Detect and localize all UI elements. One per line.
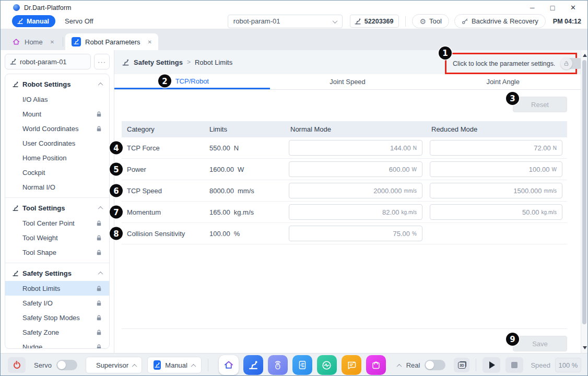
sidebar-item-cockpit[interactable]: Cockpit: [5, 165, 109, 180]
robot-arm-icon: [9, 58, 17, 65]
normal-mode-input[interactable]: 2000.000mm/s: [289, 183, 422, 198]
robot-params-app-icon[interactable]: [243, 355, 263, 375]
scroll-up-icon[interactable]: [583, 54, 587, 57]
more-options-button[interactable]: ···: [94, 54, 110, 69]
lock-icon: [96, 285, 102, 292]
robot-arm-icon: [154, 362, 160, 368]
sidebar-item-tool-weight[interactable]: Tool Weight: [5, 230, 109, 245]
sidebar-section-header-robot-settings[interactable]: Robot Settings: [5, 76, 109, 92]
annotation-badge-5: 5: [110, 163, 123, 176]
column-header-category: Category: [122, 125, 204, 133]
minimize-button[interactable]: ─: [530, 5, 535, 11]
reduced-mode-cell: 50.00kg.m/s: [426, 204, 567, 220]
sidebar-item-nudge[interactable]: Nudge: [5, 339, 109, 349]
key-wrench-icon: [462, 18, 468, 25]
tab-close-icon[interactable]: ✕: [148, 39, 152, 45]
scroll-down-icon[interactable]: [583, 346, 587, 349]
row-limit: 1600.00W: [204, 166, 285, 173]
message-app-icon[interactable]: [342, 355, 361, 375]
breadcrumb-section[interactable]: Safety Settings: [134, 58, 183, 66]
section-label: Tool Settings: [22, 204, 65, 212]
viewer-3d-button[interactable]: 3D: [454, 358, 469, 372]
annotation-badge-8: 8: [110, 227, 123, 240]
normal-mode-input[interactable]: 144.00N: [289, 140, 422, 156]
sidebar-item-tool-center-point[interactable]: Tool Center Point: [5, 216, 109, 230]
param-name-field[interactable]: robot-param-01: [5, 54, 91, 69]
row-category: 8Collision Sensitivity: [122, 230, 204, 238]
limits-table: Category Limits Normal Mode Reduced Mode…: [122, 121, 567, 244]
sidebar-item-home-position[interactable]: Home Position: [5, 150, 109, 165]
annotation-badge-6: 6: [110, 184, 123, 197]
sidebar-item-label: Nudge: [22, 343, 42, 349]
close-button[interactable]: ✕: [570, 4, 576, 11]
task-editor-app-icon[interactable]: [292, 355, 312, 375]
backdrive-recovery-button[interactable]: Backdrive & Recovery: [454, 14, 546, 28]
mode-select-dropdown[interactable]: Manual: [147, 357, 202, 373]
bottom-toolbar: Servo Supervisor Manual: [1, 353, 587, 376]
monitoring-app-icon[interactable]: [317, 355, 337, 375]
column-header-reduced-mode: Reduced Mode: [426, 125, 567, 133]
sidebar-item-safety-stop-modes[interactable]: Safety Stop Modes: [5, 310, 109, 325]
normal-mode-input[interactable]: 75.00%: [289, 226, 422, 241]
reduced-mode-input[interactable]: 1500.000mm/s: [430, 183, 562, 198]
reduced-mode-input[interactable]: 50.00kg.m/s: [430, 204, 562, 220]
sidebar-item-normal-i-o[interactable]: Normal I/O: [5, 180, 109, 194]
servo-toggle[interactable]: [56, 360, 77, 370]
tab-tcp-robot[interactable]: 2 TCP/Robot: [114, 74, 270, 89]
sidebar-item-safety-zone[interactable]: Safety Zone: [5, 325, 109, 339]
tab-home[interactable]: Home ✕: [6, 33, 61, 50]
maximize-button[interactable]: □: [550, 4, 555, 11]
reset-button[interactable]: 3 Reset: [513, 97, 567, 112]
reduced-mode-input[interactable]: 100.00W: [430, 161, 562, 177]
sidebar-section-header-safety-settings[interactable]: Safety Settings: [5, 265, 109, 281]
sidebar-nav: Robot SettingsI/O AliasMountWorld Coordi…: [5, 74, 110, 349]
row-limit: 165.00kg.m/s: [204, 208, 285, 216]
mode-manual-button[interactable]: Manual: [12, 15, 55, 27]
sidebar-section-header-tool-settings[interactable]: Tool Settings: [5, 200, 109, 216]
sidebar-item-safety-i-o[interactable]: Safety I/O: [5, 296, 109, 310]
sidebar-item-i-o-alias[interactable]: I/O Alias: [5, 92, 109, 107]
vertical-scrollbar[interactable]: [581, 50, 587, 353]
reduced-mode-cell: 100.00W: [426, 161, 567, 177]
sidebar-item-tool-shape[interactable]: Tool Shape: [5, 245, 109, 260]
robot-serial-value: 52203369: [364, 18, 394, 25]
reduced-mode-input[interactable]: 72.00N: [430, 140, 562, 156]
normal-mode-input[interactable]: 82.00kg.m/s: [289, 204, 422, 220]
tab-joint-angle[interactable]: Joint Angle: [425, 74, 581, 89]
power-button[interactable]: [8, 357, 26, 373]
tab-joint-speed-label: Joint Speed: [330, 78, 366, 86]
row-limit: 100.00%: [204, 230, 285, 238]
tab-joint-speed[interactable]: Joint Speed: [270, 74, 426, 89]
normal-mode-input[interactable]: 600.00W: [289, 161, 422, 177]
power-icon: [14, 362, 20, 369]
param-select-dropdown[interactable]: robot-param-01: [228, 15, 343, 28]
play-button[interactable]: [483, 357, 500, 373]
sidebar-item-label: I/O Alias: [22, 96, 48, 103]
home-app-icon[interactable]: [219, 355, 239, 375]
sidebar-item-world-coordinates[interactable]: World Coordinates: [5, 121, 109, 136]
sidebar-section-safety-settings: Safety SettingsRobot LimitsSafety I/OSaf…: [5, 263, 109, 349]
store-app-icon[interactable]: [366, 355, 386, 375]
save-button[interactable]: 9 Save: [513, 336, 567, 351]
sidebar-item-mount[interactable]: Mount: [5, 107, 109, 121]
real-sim-toggle[interactable]: [425, 360, 445, 370]
sidebar-item-label: Safety Zone: [22, 328, 59, 336]
annotation-badge-7: 7: [110, 206, 123, 219]
lock-icon: [96, 314, 102, 321]
tab-close-icon[interactable]: ✕: [50, 39, 54, 45]
tool-button[interactable]: ⚙ Tool: [412, 14, 449, 28]
sidebar-item-user-coordinates[interactable]: User Coordinates: [5, 136, 109, 150]
scrollbar-thumb[interactable]: [582, 60, 586, 324]
stop-button[interactable]: [505, 357, 523, 373]
tab-robot-parameters[interactable]: Robot Parameters ✕: [65, 33, 158, 50]
role-select-value: Supervisor: [96, 361, 128, 369]
dock-expand-chevron-up-icon[interactable]: [397, 363, 402, 369]
sidebar-item-robot-limits[interactable]: Robot Limits: [5, 281, 109, 296]
robot-serial-box[interactable]: 52203369: [350, 15, 399, 28]
role-select-dropdown[interactable]: Supervisor: [86, 357, 142, 373]
jog-remote-app-icon[interactable]: [268, 355, 288, 375]
speed-value-box[interactable]: 100 %: [555, 358, 581, 372]
normal-mode-cell: 144.00N: [285, 140, 426, 156]
robot-arm-icon: [12, 205, 19, 212]
sidebar-item-label: World Coordinates: [22, 125, 78, 133]
